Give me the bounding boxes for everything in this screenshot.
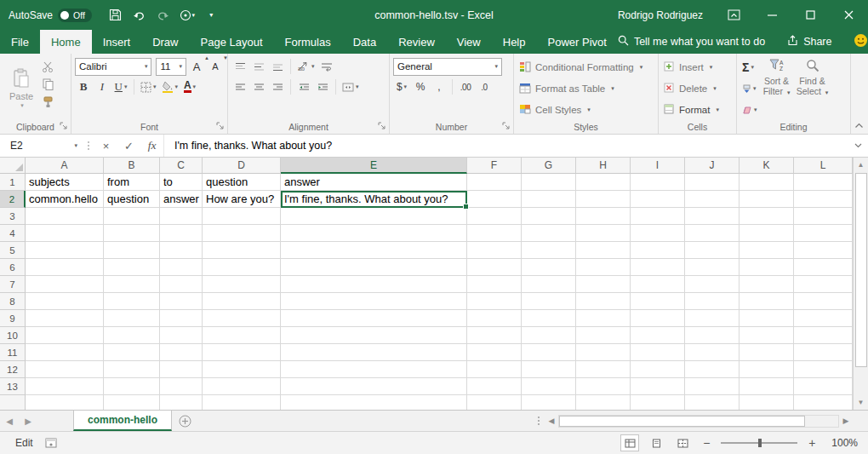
font-name-select[interactable]: Calibri▾ (75, 58, 151, 76)
formula-input[interactable]: I'm fine, thanks. What about you? (163, 135, 848, 157)
cell-F2[interactable] (467, 191, 522, 208)
cell-D12[interactable] (203, 361, 281, 378)
cell-H4[interactable] (576, 225, 631, 242)
cell-A14[interactable] (26, 395, 104, 410)
cell-L4[interactable] (794, 225, 853, 242)
cell-K8[interactable] (740, 293, 794, 310)
cell-B12[interactable] (104, 361, 160, 378)
cell-K9[interactable] (740, 310, 794, 327)
cell-B10[interactable] (104, 327, 160, 344)
font-color-button[interactable]: A▾ (181, 78, 198, 96)
cell-E14[interactable] (281, 395, 467, 410)
insert-function-icon[interactable]: fx (140, 135, 163, 157)
format-painter-icon[interactable] (39, 95, 56, 110)
expand-formula-bar-icon[interactable] (848, 135, 868, 157)
cell-E2[interactable]: I'm fine, thanks. What about you? (281, 191, 467, 208)
name-box[interactable]: E2▾ (0, 135, 83, 157)
cell-F5[interactable] (467, 242, 522, 259)
cell-J10[interactable] (685, 327, 740, 344)
cell-G7[interactable] (522, 276, 576, 293)
name-box-resize-handle[interactable] (83, 135, 94, 157)
cell-C13[interactable] (160, 378, 203, 395)
row-header-12[interactable]: 12 (0, 361, 26, 378)
fill-button[interactable]: ▾ (740, 78, 759, 99)
normal-view-icon[interactable] (620, 434, 639, 451)
cell-B6[interactable] (104, 259, 160, 276)
align-top-icon[interactable] (231, 57, 248, 76)
cell-D13[interactable] (203, 378, 281, 395)
cell-J9[interactable] (685, 310, 740, 327)
cell-L1[interactable] (794, 174, 853, 191)
column-header-G[interactable]: G (522, 158, 576, 174)
font-size-select[interactable]: 11▾ (156, 58, 186, 76)
cell-J8[interactable] (685, 293, 740, 310)
ribbon-tab-help[interactable]: Help (492, 30, 537, 54)
cell-G3[interactable] (522, 208, 576, 225)
cell-K10[interactable] (740, 327, 794, 344)
align-right-icon[interactable] (269, 78, 286, 96)
font-dialog-launcher[interactable] (215, 121, 226, 131)
user-name[interactable]: Rodrigo Rodriguez (618, 9, 703, 21)
page-break-view-icon[interactable] (673, 434, 692, 451)
cell-B5[interactable] (104, 242, 160, 259)
column-header-I[interactable]: I (631, 158, 685, 174)
cell-L14[interactable] (794, 395, 853, 410)
column-header-J[interactable]: J (685, 158, 740, 174)
cell-A11[interactable] (26, 344, 104, 361)
fill-color-button[interactable]: ▾ (160, 78, 180, 96)
cell-A5[interactable] (26, 242, 104, 259)
increase-indent-icon[interactable] (314, 78, 331, 96)
cell-K6[interactable] (740, 259, 794, 276)
column-header-K[interactable]: K (740, 158, 794, 174)
italic-button[interactable]: I (94, 78, 111, 96)
cell-F9[interactable] (467, 310, 522, 327)
cell-E13[interactable] (281, 378, 467, 395)
cell-B2[interactable]: question (104, 191, 160, 208)
cell-B9[interactable] (104, 310, 160, 327)
ribbon-tab-page-layout[interactable]: Page Layout (190, 30, 274, 54)
cell-E4[interactable] (281, 225, 467, 242)
cell-C2[interactable]: answer (160, 191, 203, 208)
cell-H5[interactable] (576, 242, 631, 259)
column-header-E[interactable]: E (281, 158, 467, 174)
align-bottom-icon[interactable] (269, 57, 286, 76)
cell-A4[interactable] (26, 225, 104, 242)
sheet-nav-right-icon[interactable]: ▶ (19, 411, 37, 431)
cell-D2[interactable]: How are you? (203, 191, 281, 208)
increase-font-size-button[interactable]: A▲ (188, 57, 205, 76)
number-dialog-launcher[interactable] (501, 121, 511, 131)
cell-B1[interactable]: from (104, 174, 160, 191)
align-left-icon[interactable] (231, 78, 248, 96)
cell-D1[interactable]: question (203, 174, 281, 191)
ribbon-tab-file[interactable]: File (0, 30, 40, 54)
cell-G1[interactable] (522, 174, 576, 191)
customize-qat-icon[interactable]: ▾ (201, 4, 221, 26)
cell-C7[interactable] (160, 276, 203, 293)
delete-cells-button[interactable]: Delete▾ (662, 78, 733, 99)
cell-J1[interactable] (685, 174, 740, 191)
cell-L3[interactable] (794, 208, 853, 225)
cell-D10[interactable] (203, 327, 281, 344)
close-button[interactable] (830, 0, 868, 30)
row-header-6[interactable]: 6 (0, 259, 26, 276)
insert-cells-button[interactable]: Insert▾ (662, 57, 733, 78)
cell-E5[interactable] (281, 242, 467, 259)
cell-D7[interactable] (203, 276, 281, 293)
cell-I4[interactable] (631, 225, 685, 242)
format-as-table-button[interactable]: Format as Table▾ (517, 78, 654, 99)
column-header-H[interactable]: H (576, 158, 631, 174)
row-header-11[interactable]: 11 (0, 344, 26, 361)
cell-F8[interactable] (467, 293, 522, 310)
ribbon-tab-draw[interactable]: Draw (141, 30, 189, 54)
autosum-button[interactable]: Σ▾ (740, 57, 759, 78)
conditional-formatting-button[interactable]: Conditional Formatting▾ (517, 57, 654, 78)
cell-K1[interactable] (740, 174, 794, 191)
row-header-8[interactable]: 8 (0, 293, 26, 310)
cell-J12[interactable] (685, 361, 740, 378)
align-center-icon[interactable] (250, 78, 267, 96)
cell-B7[interactable] (104, 276, 160, 293)
cell-B13[interactable] (104, 378, 160, 395)
accounting-format-button[interactable]: $▾ (393, 78, 410, 96)
cell-K2[interactable] (740, 191, 794, 208)
column-header-D[interactable]: D (203, 158, 281, 174)
